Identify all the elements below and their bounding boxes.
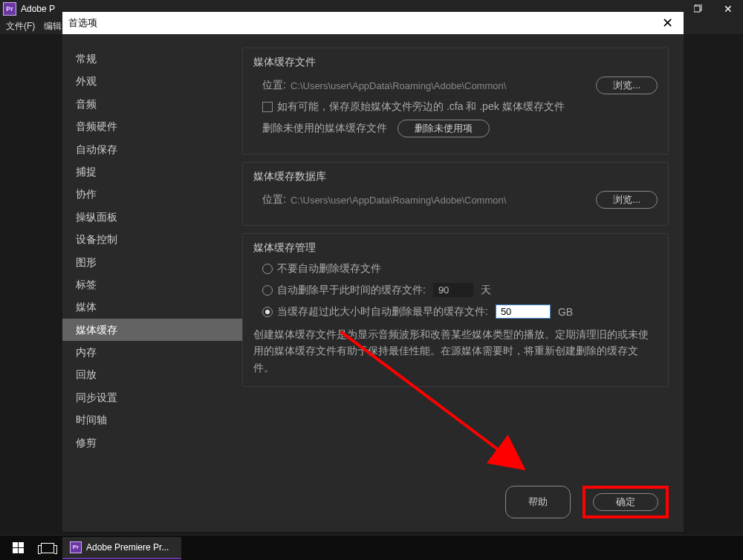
sidebar-item-trim[interactable]: 修剪 [62, 432, 242, 454]
sidebar-item-appearance[interactable]: 外观 [62, 70, 242, 92]
window-controls: ✕ [684, 0, 743, 18]
radio-delete-older-than[interactable] [262, 285, 273, 296]
sidebar-item-audio-hardware[interactable]: 音频硬件 [62, 115, 242, 137]
help-text: 创建媒体缓存文件是为显示音频波形和改善某些媒体类型的播放。定期清理旧的或未使用的… [253, 326, 658, 376]
task-view-icon [41, 543, 54, 553]
app-title: Adobe P [21, 4, 55, 14]
sidebar-item-capture[interactable]: 捕捉 [62, 160, 242, 183]
menu-file[interactable]: 文件(F) [6, 20, 35, 33]
restore-icon[interactable] [684, 0, 713, 18]
location-path: C:\Users\user\AppData\Roaming\Adobe\Comm… [291, 80, 596, 91]
radio-no-auto-delete[interactable] [262, 264, 273, 274]
ok-highlight-annotation: 确定 [583, 486, 669, 518]
section-media-cache-files: 媒体缓存文件 位置: C:\Users\user\AppData\Roaming… [242, 48, 669, 154]
save-next-to-media-checkbox[interactable] [262, 102, 273, 112]
dialog-footer: 帮助 确定 [62, 477, 684, 532]
ok-button[interactable]: 确定 [593, 493, 658, 511]
start-button[interactable] [3, 542, 33, 553]
preferences-dialog: 首选项 ✕ 常规 外观 音频 音频硬件 自动保存 捕捉 协作 操纵面板 设备控制… [62, 12, 684, 532]
radio-label: 当缓存超过此大小时自动删除最早的缓存文件: [277, 305, 488, 319]
close-icon[interactable]: ✕ [713, 0, 743, 18]
svg-rect-1 [694, 6, 700, 12]
location-label: 位置: [262, 193, 286, 206]
checkbox-label: 如有可能，保存原始媒体文件旁边的 .cfa 和 .pek 媒体缓存文件 [277, 100, 565, 114]
location-path: C:\Users\user\AppData\Roaming\Adobe\Comm… [291, 195, 596, 206]
help-button[interactable]: 帮助 [505, 486, 571, 518]
location-label: 位置: [262, 79, 286, 92]
sidebar-item-sync-settings[interactable]: 同步设置 [62, 386, 242, 408]
preferences-content: 媒体缓存文件 位置: C:\Users\user\AppData\Roaming… [242, 34, 684, 477]
premiere-logo-icon: Pr [3, 2, 16, 16]
dialog-titlebar: 首选项 ✕ [62, 12, 684, 34]
section-media-cache-management: 媒体缓存管理 不要自动删除缓存文件 自动删除早于此时间的缓存文件: 天 当缓存超… [242, 233, 669, 387]
menu-edit[interactable]: 编辑 [44, 20, 62, 33]
section-title: 媒体缓存文件 [253, 56, 658, 69]
delete-unused-label: 删除未使用的媒体缓存文件 [262, 122, 387, 135]
sidebar-item-memory[interactable]: 内存 [62, 341, 242, 363]
section-media-cache-db: 媒体缓存数据库 位置: C:\Users\user\AppData\Roamin… [242, 162, 669, 226]
sidebar-item-media-cache[interactable]: 媒体缓存 [62, 319, 242, 341]
sidebar-item-audio[interactable]: 音频 [62, 93, 242, 115]
task-view-button[interactable] [33, 543, 62, 553]
radio-label: 自动删除早于此时间的缓存文件: [277, 284, 426, 297]
taskbar: Pr Adobe Premiere Pr... [0, 535, 743, 560]
premiere-logo-icon: Pr [70, 541, 82, 553]
taskbar-premiere[interactable]: Pr Adobe Premiere Pr... [62, 537, 181, 559]
sidebar-item-labels[interactable]: 标签 [62, 273, 242, 296]
dialog-title: 首选项 [68, 16, 97, 30]
browse-button[interactable]: 浏览... [596, 191, 658, 209]
sidebar-item-playback[interactable]: 回放 [62, 363, 242, 385]
preferences-sidebar: 常规 外观 音频 音频硬件 自动保存 捕捉 协作 操纵面板 设备控制 图形 标签… [62, 34, 242, 477]
section-title: 媒体缓存管理 [253, 241, 658, 255]
sidebar-item-collaboration[interactable]: 协作 [62, 183, 242, 205]
sidebar-item-autosave[interactable]: 自动保存 [62, 138, 242, 160]
radio-delete-when-exceeds[interactable] [262, 307, 273, 317]
days-input[interactable] [433, 283, 473, 297]
sidebar-item-control-surface[interactable]: 操纵面板 [62, 206, 242, 228]
gb-input[interactable] [496, 305, 551, 319]
sidebar-item-device-control[interactable]: 设备控制 [62, 228, 242, 250]
sidebar-item-graphics[interactable]: 图形 [62, 251, 242, 273]
sidebar-item-general[interactable]: 常规 [62, 48, 242, 70]
windows-logo-icon [13, 542, 24, 553]
dialog-body: 常规 外观 音频 音频硬件 自动保存 捕捉 协作 操纵面板 设备控制 图形 标签… [62, 34, 684, 477]
taskbar-app-label: Adobe Premiere Pr... [86, 542, 169, 553]
radio-label: 不要自动删除缓存文件 [277, 262, 381, 276]
delete-unused-button[interactable]: 删除未使用项 [398, 120, 490, 137]
unit-gb: GB [558, 306, 573, 318]
section-title: 媒体缓存数据库 [253, 170, 658, 183]
browse-button[interactable]: 浏览... [596, 76, 658, 94]
sidebar-item-media[interactable]: 媒体 [62, 296, 242, 318]
sidebar-item-timeline[interactable]: 时间轴 [62, 408, 242, 431]
unit-days: 天 [481, 284, 491, 297]
dialog-close-icon[interactable]: ✕ [658, 16, 678, 30]
